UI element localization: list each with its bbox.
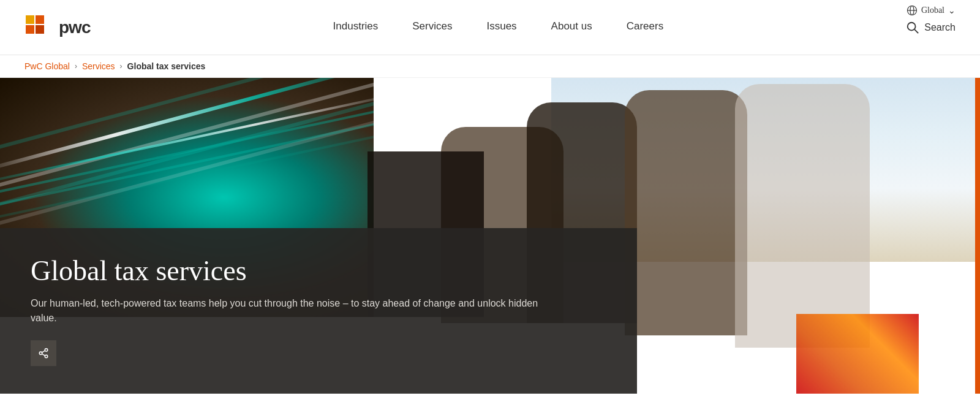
svg-point-9 bbox=[45, 349, 48, 352]
hero-subtitle: Our human-led, tech-powered tax teams he… bbox=[31, 296, 545, 326]
colorbar bbox=[796, 314, 919, 394]
breadcrumb-current: Global tax services bbox=[127, 61, 206, 71]
svg-rect-6 bbox=[36, 15, 44, 24]
main-nav: Industries Services Issues About us Care… bbox=[316, 0, 681, 55]
svg-rect-4 bbox=[36, 25, 44, 34]
chevron-down-icon: ⌄ bbox=[948, 6, 956, 16]
logo-icon bbox=[24, 12, 56, 44]
svg-line-12 bbox=[42, 354, 45, 356]
breadcrumb-services[interactable]: Services bbox=[82, 61, 115, 71]
global-selector[interactable]: Global ⌄ bbox=[907, 5, 956, 16]
svg-point-7 bbox=[908, 22, 916, 30]
header: Global ⌄ pwc Industries Services Issues … bbox=[0, 0, 980, 55]
breadcrumb-separator-2: › bbox=[120, 62, 123, 71]
person-silhouette-4 bbox=[735, 84, 870, 348]
search-icon bbox=[906, 21, 919, 34]
search-container[interactable]: Search bbox=[906, 21, 956, 34]
logo-wordmark: pwc bbox=[59, 18, 90, 37]
search-label: Search bbox=[924, 22, 956, 33]
nav-item-about-us[interactable]: About us bbox=[534, 0, 609, 55]
hero-section: Global tax services Our human-led, tech-… bbox=[0, 78, 980, 394]
share-button[interactable] bbox=[31, 340, 56, 366]
svg-point-10 bbox=[39, 352, 42, 355]
nav-item-careers[interactable]: Careers bbox=[609, 0, 680, 55]
logo[interactable]: pwc bbox=[24, 12, 90, 44]
hero-content: Global tax services Our human-led, tech-… bbox=[0, 228, 637, 394]
person-silhouette-3 bbox=[625, 90, 747, 335]
svg-rect-3 bbox=[26, 25, 34, 34]
nav-item-services[interactable]: Services bbox=[395, 0, 469, 55]
nav-item-issues[interactable]: Issues bbox=[469, 0, 533, 55]
breadcrumb: PwC Global › Services › Global tax servi… bbox=[0, 55, 980, 78]
global-label: Global bbox=[921, 6, 944, 15]
svg-point-11 bbox=[45, 355, 48, 358]
breadcrumb-separator-1: › bbox=[75, 62, 77, 71]
globe-icon bbox=[907, 5, 918, 16]
share-icon bbox=[38, 348, 49, 359]
svg-line-13 bbox=[42, 351, 45, 353]
orange-accent-bar bbox=[975, 78, 980, 394]
svg-rect-5 bbox=[26, 15, 34, 24]
nav-item-industries[interactable]: Industries bbox=[316, 0, 396, 55]
breadcrumb-pwc-global[interactable]: PwC Global bbox=[24, 61, 70, 71]
hero-title: Global tax services bbox=[31, 256, 606, 287]
svg-line-8 bbox=[915, 29, 919, 33]
